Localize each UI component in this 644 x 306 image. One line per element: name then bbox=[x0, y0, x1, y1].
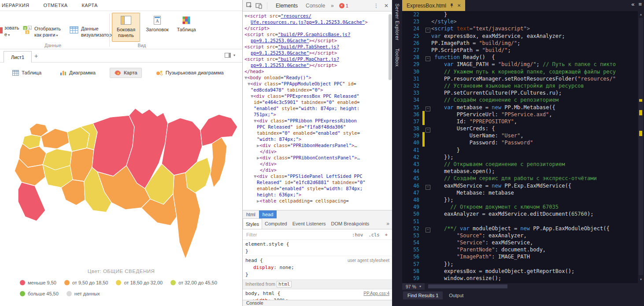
code-line[interactable]: 48 }); bbox=[402, 196, 638, 203]
styles-pane[interactable]: element.style { } user agent stylesheeth… bbox=[243, 240, 392, 300]
dom-tree-line[interactable]: ▼<div class="PPRibbon PPExpressRibbon bbox=[243, 118, 392, 124]
code-line[interactable]: 53 "Source": eaxAnalyzer, bbox=[402, 232, 638, 239]
more-tabs-icon[interactable]: » bbox=[329, 3, 336, 9]
code-line[interactable]: 51 bbox=[402, 218, 638, 225]
devtools-menu-icon[interactable]: ⋮ bbox=[374, 3, 379, 9]
fold-collapse-icon[interactable]: − bbox=[426, 228, 430, 232]
code-line[interactable]: 49 // Откроем документ с ключом 67035 bbox=[402, 203, 638, 210]
ribbon-tab-mark[interactable]: ОТМЕТКА bbox=[43, 3, 67, 8]
view-tab-chart[interactable]: Диаграмма bbox=[56, 68, 100, 78]
dom-tree-line[interactable]: </div> bbox=[243, 161, 392, 167]
code-line[interactable]: 25var expressBox, eaxMdService, eaxAnaly… bbox=[402, 33, 638, 40]
dom-tree-line[interactable]: 751px;"> bbox=[243, 111, 392, 118]
code-line[interactable]: 38− UserCreds: { bbox=[402, 125, 638, 132]
code-line[interactable]: 40 Password: "Password" bbox=[402, 139, 638, 146]
fold-collapse-icon[interactable]: − bbox=[426, 128, 430, 133]
dom-tree-line[interactable]: ▼<div class="PPSlidePanel LeftSided PPC bbox=[243, 173, 392, 179]
scroll-up-icon[interactable]: ▲ bbox=[638, 11, 644, 18]
tab-elements[interactable]: Elements bbox=[272, 3, 302, 9]
pin-icon[interactable] bbox=[450, 3, 454, 8]
code-line[interactable]: 22 } bbox=[402, 11, 638, 18]
toolbox-tab[interactable]: Toolbox bbox=[395, 48, 400, 66]
menu-icon[interactable]: ≡ bbox=[638, 1, 642, 7]
dom-tree-line[interactable]: tabindex="0" enabled="enabled" style= bbox=[243, 130, 392, 136]
code-line[interactable]: 56 "ImagePath": IMAGE_PATH bbox=[402, 253, 638, 260]
add-sheet-button[interactable]: + bbox=[34, 52, 38, 59]
code-line[interactable]: 35− var metabase = new PP.Mb.Metabase({ bbox=[402, 103, 638, 111]
dom-tree-line[interactable]: ▼<div class="PPExpressBox PPC Released" bbox=[243, 93, 392, 99]
dom-tree-line[interactable]: </head> bbox=[243, 68, 392, 74]
dom-tree-line[interactable]: </script> bbox=[243, 25, 392, 31]
fold-collapse-icon[interactable]: − bbox=[426, 28, 430, 33]
style-rule[interactable]: element.style { } bbox=[243, 240, 392, 256]
tab-console[interactable]: Console bbox=[302, 3, 329, 9]
document-tab[interactable]: ExpressBox.html ✕ bbox=[402, 0, 465, 11]
code-line[interactable]: 43 // Открываем соединение с репозиторие… bbox=[402, 161, 638, 168]
devtools-close-icon[interactable]: ✕ bbox=[384, 3, 389, 9]
dom-tree-line[interactable]: "ed8cda9478" tabindex="0"> bbox=[243, 87, 392, 93]
code-line[interactable]: 57 }); bbox=[402, 261, 638, 268]
code-line[interactable]: 29 var IMAGE_PATH = "build/img/"; // Пут… bbox=[402, 61, 638, 68]
map-regions[interactable] bbox=[15, 108, 237, 259]
dom-tree-line[interactable]: "enabled" style="width: 874px; height: bbox=[243, 105, 392, 111]
code-line[interactable]: 27PP.ScriptPath = "build/"; bbox=[402, 47, 638, 54]
code-line[interactable]: 26PP.ImagePath = "build/img/"; bbox=[402, 40, 638, 47]
filter-input[interactable]: Filter bbox=[246, 232, 257, 237]
style-rule[interactable]: PP.App.css:4body, html { width: 100%; bbox=[243, 289, 392, 300]
fold-collapse-icon[interactable]: − bbox=[426, 185, 430, 190]
code-line[interactable]: 59 window.onresize(); bbox=[402, 275, 638, 282]
server-explorer-tab[interactable]: Server Explorer bbox=[395, 4, 400, 41]
dom-tree-line[interactable]: <script src="build/PP.MapChart.js? bbox=[243, 56, 392, 62]
ribbon-tab-map[interactable]: КАРТА bbox=[81, 3, 97, 8]
fold-collapse-icon[interactable]: − bbox=[426, 56, 430, 61]
code-line[interactable]: 24−<script text="text/javascript"> bbox=[402, 25, 638, 32]
panel-toggle-button[interactable]: ▾ bbox=[225, 53, 235, 58]
sheet-tab[interactable]: Лист1 bbox=[4, 51, 32, 63]
fold-collapse-icon[interactable]: − bbox=[426, 107, 430, 111]
toggle-hover-button[interactable]: :hov bbox=[352, 232, 363, 237]
output-tab[interactable]: Output bbox=[444, 291, 468, 299]
code-line[interactable]: 58 expressBox = moduleObject.getReportBo… bbox=[402, 268, 638, 275]
code-line[interactable]: 55 "ParentNode": document.body, bbox=[402, 246, 638, 253]
dom-tree-line[interactable]: <script src="build/PP.TabSheet.js? bbox=[243, 44, 392, 50]
console-drawer-tab[interactable]: Console bbox=[243, 300, 392, 306]
horizontal-scrollbar[interactable] bbox=[428, 284, 507, 288]
code-line[interactable]: 45 // Создаём сервис для работы с экспре… bbox=[402, 175, 638, 182]
error-badge[interactable]: ✕ 1 bbox=[339, 3, 348, 8]
code-line[interactable]: 46− eaxMdService = new PP.Exp.EaxMdServi… bbox=[402, 182, 638, 189]
dom-tree-line[interactable]: PPC Released" id="f1fa8f48da306" bbox=[243, 124, 392, 130]
dom-tree-line[interactable]: Released" id="e1fc82d6881" tabindex="0" bbox=[243, 179, 392, 185]
dom-tree-line[interactable]: ▼<body onload="Ready()"> bbox=[243, 74, 392, 81]
dom-tree[interactable]: ▼<script src="resources/Ufe.resources.ru… bbox=[243, 12, 392, 210]
dom-tree-line[interactable]: pp=9.1.25253.0&cache"></script> bbox=[243, 37, 392, 44]
style-rule[interactable]: user agent stylesheethead { display: non… bbox=[243, 256, 392, 280]
dom-tree-scrollbar[interactable] bbox=[389, 14, 392, 80]
code-editor[interactable]: 22 }23</style>24−<script text="text/java… bbox=[402, 11, 638, 283]
dom-tree-line[interactable]: ▼<div class="PPAppModuleObject PPC" id= bbox=[243, 81, 392, 87]
ribbon-tab-hierarchy[interactable]: ИЕРАРХИЯ bbox=[2, 3, 29, 8]
russia-map[interactable] bbox=[2, 106, 240, 266]
code-line[interactable]: 36 PPServiceUrl: "PPService.axd", bbox=[402, 111, 638, 118]
dom-tree-line[interactable]: ▼<script src="resources/ bbox=[243, 13, 392, 19]
code-line[interactable]: 31 PP.resourceManager.setRootResourcesFo… bbox=[402, 75, 638, 82]
ribbon-button-cutoff[interactable]: зовать е▾ bbox=[4, 25, 19, 38]
code-line[interactable]: 50 eaxAnalyzer = eaxMdService.editDocume… bbox=[402, 210, 638, 218]
scroll-down-icon[interactable]: ▼ bbox=[638, 277, 644, 283]
code-line[interactable]: 30 // Укажем путь к корневой папке, соде… bbox=[402, 68, 638, 75]
table-button[interactable]: Таблица bbox=[174, 13, 199, 42]
breadcrumb-html[interactable]: html bbox=[243, 210, 259, 218]
stylesheet-link[interactable]: PP.App.css:4 bbox=[363, 290, 389, 297]
code-line[interactable]: 34 // Создаём соединение с репозиторием bbox=[402, 96, 638, 103]
find-results-tab[interactable]: Find Results 1 bbox=[403, 291, 443, 299]
tab-event-listeners[interactable]: Event Listeners bbox=[290, 221, 329, 226]
view-tab-bubble-chart[interactable]: Пузырьковая диаграмма bbox=[152, 68, 228, 78]
device-toolbar-icon[interactable] bbox=[255, 3, 263, 9]
breadcrumb-head[interactable]: head bbox=[259, 210, 277, 218]
dom-tree-line[interactable]: ▶<div class="PPRibbonHeadersPanel">… bbox=[243, 142, 392, 148]
dom-tree-line[interactable]: id="e464c3c5901" tabindex="0" enabled= bbox=[243, 99, 392, 105]
dom-tree-line[interactable]: pp=9.1.25253.0&cache"></script> bbox=[243, 50, 392, 56]
code-line[interactable]: 33 PP.setCurrentCulture(PP.Cultures.ru); bbox=[402, 89, 638, 96]
editor-scrollbar[interactable]: ▲ ▼ bbox=[638, 11, 644, 283]
side-panel-button[interactable]: Боковая панель bbox=[112, 13, 140, 42]
tab-styles[interactable]: Styles bbox=[243, 218, 262, 229]
